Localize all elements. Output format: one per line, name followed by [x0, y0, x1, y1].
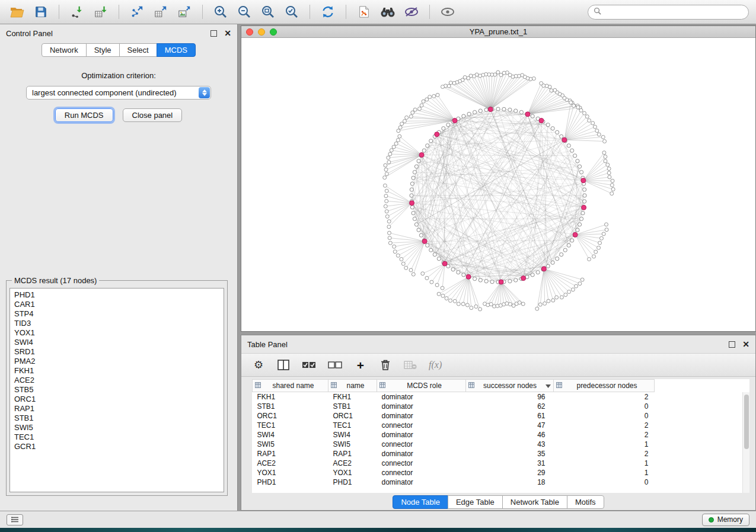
close-panel-button[interactable]: Close panel	[123, 108, 183, 122]
function-builder-icon: f(x)	[429, 358, 442, 372]
minimize-window-icon[interactable]	[258, 28, 265, 36]
dropdown-stepper-icon	[199, 87, 210, 98]
table-row[interactable]: FKH1FKH1dominator962	[253, 392, 655, 402]
mcds-result-item[interactable]: STB5	[14, 385, 219, 395]
refresh-icon[interactable]	[318, 3, 338, 21]
mcds-result-item[interactable]: SRD1	[14, 347, 219, 357]
mcds-result-item[interactable]: TID3	[14, 319, 219, 328]
column-type-icon	[556, 382, 562, 390]
mcds-result-item[interactable]: YOX1	[14, 328, 219, 338]
table-row[interactable]: YOX1YOX1connector291	[253, 468, 655, 477]
cell-predecessor-nodes: 1	[554, 468, 655, 477]
export-network-icon[interactable]	[127, 3, 147, 21]
mcds-result-item[interactable]: TEC1	[14, 432, 219, 442]
tab-edge-table[interactable]: Edge Table	[448, 495, 503, 509]
save-session-icon[interactable]	[31, 3, 51, 21]
table-row[interactable]: SWI4SWI4dominator462	[253, 430, 655, 440]
table-panel: Table Panel ✕ ⚙ +	[241, 335, 756, 511]
run-mcds-button[interactable]: Run MCDS	[55, 108, 113, 122]
table-settings-icon[interactable]: ⚙	[252, 358, 265, 372]
sort-descending-icon[interactable]	[546, 382, 551, 390]
mcds-result-item[interactable]: SWI4	[14, 338, 219, 347]
mcds-result-item[interactable]: ACE2	[14, 376, 219, 385]
mcds-result-item[interactable]: PMA2	[14, 357, 219, 366]
mcds-result-item[interactable]: RAP1	[14, 404, 219, 414]
column-header-mcds-role[interactable]: MCDS role	[377, 380, 466, 392]
mcds-result-item[interactable]: ORC1	[14, 395, 219, 404]
cell-successor-nodes: 62	[466, 402, 554, 411]
table-row[interactable]: SWI5SWI5connector431	[253, 440, 655, 449]
column-header-name[interactable]: name	[328, 380, 377, 392]
mcds-result-item[interactable]: STP4	[14, 309, 219, 319]
cell-successor-nodes: 18	[466, 477, 554, 487]
zoom-selected-icon[interactable]	[282, 3, 302, 21]
table-row[interactable]: TEC1TEC1connector472	[253, 421, 655, 430]
table-vertical-scrollbar[interactable]	[742, 392, 749, 493]
mcds-result-item[interactable]: STB1	[14, 414, 219, 423]
mcds-result-item[interactable]: SWI5	[14, 423, 219, 432]
close-table-panel-icon[interactable]: ✕	[742, 340, 749, 348]
memory-button[interactable]: Memory	[702, 514, 749, 526]
close-panel-icon[interactable]: ✕	[224, 29, 231, 37]
show-graphics-details-icon[interactable]	[438, 3, 458, 21]
delete-table-icon	[404, 358, 417, 372]
select-all-rows-icon[interactable]	[302, 358, 316, 372]
cell-shared-name: YOX1	[253, 468, 328, 477]
tab-mcds[interactable]: MCDS	[157, 43, 196, 57]
toolbar-separator	[119, 5, 119, 19]
table-row[interactable]: ORC1ORC1dominator610	[253, 411, 655, 421]
cell-successor-nodes: 47	[466, 421, 554, 430]
cell-predecessor-nodes: 2	[554, 449, 655, 459]
import-network-icon[interactable]	[67, 3, 87, 21]
tab-network[interactable]: Network	[42, 43, 87, 57]
mcds-result-item[interactable]: CAR1	[14, 300, 219, 309]
scrollbar-thumb[interactable]	[744, 395, 749, 449]
open-file-icon[interactable]	[7, 3, 27, 21]
column-header-successor-nodes[interactable]: successor nodes	[466, 380, 554, 392]
close-window-icon[interactable]	[246, 28, 253, 36]
network-graph[interactable]	[241, 38, 755, 331]
zoom-fit-icon[interactable]	[258, 3, 278, 21]
cell-mcds-role: connector	[377, 459, 466, 468]
mcds-result-list[interactable]: PHD1CAR1STP4TID3YOX1SWI4SRD1PMA2FKH1ACE2…	[9, 288, 224, 492]
table-row[interactable]: PHD1PHD1dominator180	[253, 477, 655, 487]
cell-successor-nodes: 46	[466, 430, 554, 440]
mcds-result-item[interactable]: PHD1	[14, 290, 219, 300]
deselect-all-rows-icon[interactable]	[328, 358, 342, 372]
mcds-result-item[interactable]: GCR1	[14, 442, 219, 451]
network-canvas[interactable]	[241, 38, 755, 331]
cell-predecessor-nodes: 1	[554, 440, 655, 449]
float-panel-icon[interactable]	[210, 30, 217, 37]
tab-select[interactable]: Select	[119, 43, 157, 57]
export-image-icon[interactable]	[174, 3, 194, 21]
search-box[interactable]	[588, 5, 749, 20]
add-column-icon[interactable]: +	[354, 358, 367, 372]
column-header-shared-name[interactable]: shared name	[253, 380, 328, 392]
tab-network-table[interactable]: Network Table	[502, 495, 567, 509]
zoom-out-icon[interactable]	[234, 3, 254, 21]
status-menu-icon[interactable]	[7, 514, 23, 525]
show-columns-icon[interactable]	[277, 358, 290, 372]
import-table-icon[interactable]	[91, 3, 111, 21]
network-view-titlebar[interactable]: YPA_prune.txt_1	[241, 26, 755, 38]
optimization-criterion-select[interactable]: largest connected component (undirected)	[26, 86, 211, 100]
search-network-icon[interactable]	[378, 3, 398, 21]
delete-column-icon[interactable]	[379, 358, 392, 372]
column-header-predecessor-nodes[interactable]: predecessor nodes	[554, 380, 655, 392]
export-table-icon[interactable]	[151, 3, 171, 21]
table-row[interactable]: ACE2ACE2connector311	[253, 459, 655, 468]
tab-motifs[interactable]: Motifs	[567, 495, 604, 509]
table-row[interactable]: STB1STB1dominator620	[253, 402, 655, 411]
share-document-icon[interactable]	[354, 3, 374, 21]
zoom-in-icon[interactable]	[210, 3, 231, 21]
maximize-window-icon[interactable]	[270, 28, 277, 36]
cell-predecessor-nodes: 2	[554, 430, 655, 440]
float-table-panel-icon[interactable]	[729, 341, 735, 348]
mcds-result-item[interactable]: FKH1	[14, 366, 219, 376]
cell-mcds-role: connector	[377, 440, 466, 449]
table-row[interactable]: RAP1RAP1dominator352	[253, 449, 655, 459]
search-input[interactable]	[605, 8, 743, 16]
tab-node-table[interactable]: Node Table	[393, 495, 448, 509]
hide-graphics-details-icon[interactable]	[401, 3, 422, 21]
tab-style[interactable]: Style	[86, 43, 120, 57]
